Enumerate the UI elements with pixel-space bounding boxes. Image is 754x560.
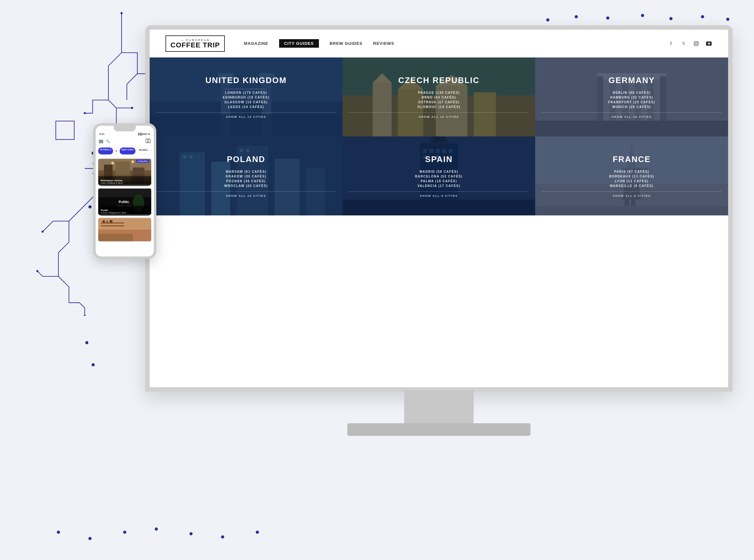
twitter-icon[interactable]: 𝕏	[680, 40, 687, 47]
decorative-dot	[256, 531, 259, 534]
filter-chip-open[interactable]: Open Cafes	[120, 147, 136, 155]
cz-content: CZECH REPUBLIC PRAGUE (135 CAFÉS) BRNO (…	[343, 58, 535, 137]
svg-point-7	[131, 107, 133, 109]
phone-card-punkt[interactable]: PuNkt. COFFEE + CAKES Punkt. 3.4 km • Ba…	[98, 187, 151, 216]
phone-map-icon[interactable]	[146, 139, 150, 144]
fr-name: FRANCE	[613, 155, 650, 164]
country-card-es[interactable]: SPAIN MADRID (58 CAFÉS) BARCELONA (52 CA…	[343, 137, 535, 215]
de-city-3: MUNICH (20 CAFÉS)	[612, 105, 651, 109]
decorative-dot	[575, 15, 578, 18]
phone-heart-button[interactable]: ♥	[114, 147, 118, 155]
instagram-icon[interactable]	[693, 40, 700, 47]
phone-notch	[114, 126, 136, 132]
decorative-dot	[726, 18, 729, 21]
svg-rect-98	[103, 220, 105, 223]
decorative-dot	[88, 537, 91, 540]
fr-city-0: PARIS (87 CAFÉS)	[614, 170, 649, 174]
svg-rect-99	[106, 221, 108, 223]
nav-links: MAGAZINE CITY GUIDES BREW GUIDES REVIEWS	[244, 39, 668, 48]
monitor: — EUROPEAN COFFEE TRIP MAGAZINE CITY GUI…	[145, 25, 745, 499]
decorative-dot	[701, 15, 704, 18]
phone-card-third[interactable]	[98, 217, 151, 242]
de-city-2: FRANKFURT (23 CAFÉS)	[608, 100, 655, 104]
svg-point-6	[84, 315, 86, 316]
pl-city-0: WARSAW (61 CAFÉS)	[226, 170, 266, 174]
uk-content: UNITED KINGDOM LONDON (179 CAFÉS) EDINBU…	[150, 58, 343, 137]
uk-city-2: GLASGOW (15 CAFÉS)	[224, 100, 268, 104]
decorative-dot	[91, 363, 95, 366]
punkt-label: Punkt. 3.4 km • Bayarova 9, Brno	[101, 209, 126, 214]
uk-city-0: LONDON (179 CAFÉS)	[225, 91, 267, 95]
es-city-0: MADRID (58 CAFÉS)	[420, 170, 458, 174]
pl-city-1: KRAKOW (30 CAFÉS)	[226, 175, 266, 178]
country-card-pl[interactable]: POLAND WARSAW (61 CAFÉS) KRAKOW (30 CAFÉ…	[150, 137, 343, 215]
cz-show-all: SHOW ALL 10 CITIES	[349, 113, 529, 118]
pl-show-all: SHOW ALL 12 CITIES	[156, 192, 336, 197]
cz-city-2: OSTRAVA (17 CAFÉS)	[418, 100, 460, 104]
hamburger-menu[interactable]	[99, 140, 103, 143]
svg-point-3	[84, 112, 86, 114]
de-city-0: BERLIN (88 CAFÉS)	[613, 91, 651, 95]
country-card-uk[interactable]: UNITED KINGDOM LONDON (179 CAFÉS) EDINBU…	[150, 58, 343, 137]
country-card-fr[interactable]: FRANCE PARIS (87 CAFÉS) BORDEAUX (11 CAF…	[535, 137, 728, 215]
nav-magazine[interactable]: MAGAZINE	[244, 39, 268, 48]
es-name: SPAIN	[425, 155, 453, 164]
decorative-dot	[85, 341, 88, 344]
monitor-stand-neck	[404, 390, 474, 428]
facebook-icon[interactable]: f	[668, 40, 674, 47]
phone-card-rebelbean[interactable]: Living Stay Rebelbean Vinéna 1 km • Příd…	[98, 158, 151, 186]
monitor-screen: — EUROPEAN COFFEE TRIP MAGAZINE CITY GUI…	[145, 25, 733, 392]
fr-city-2: LYON (11 CAFÉS)	[615, 179, 649, 183]
svg-marker-73	[146, 139, 150, 143]
svg-rect-9	[694, 41, 698, 45]
filter-chip-filters[interactable]: ⚙ Filters 2	[98, 147, 113, 155]
logo[interactable]: — EUROPEAN COFFEE TRIP	[165, 35, 225, 52]
pl-content: POLAND WARSAW (61 CAFÉS) KRAKOW (30 CAFÉ…	[150, 137, 343, 215]
de-city-1: HAMBURG (32 CAFÉS)	[610, 96, 653, 99]
nav-brew-guides[interactable]: BREW GUIDES	[330, 39, 363, 48]
es-show-all: SHOW ALL 9 CITIES	[349, 192, 529, 197]
uk-city-1: EDINBURGH (18 CAFÉS)	[223, 96, 269, 99]
monitor-stand-base	[347, 423, 530, 436]
svg-point-5	[36, 270, 39, 272]
city-guides-grid: UNITED KINGDOM LONDON (179 CAFÉS) EDINBU…	[150, 58, 728, 215]
decorative-dot	[57, 531, 60, 534]
cz-city-0: PRAGUE (135 CAFÉS)	[418, 91, 460, 95]
nav-city-guides[interactable]: CITY GUIDES	[279, 39, 319, 48]
es-city-2: PALMA (18 CAFÉS)	[421, 179, 457, 183]
svg-point-1	[121, 12, 123, 14]
cz-name: CZECH REPUBLIC	[398, 76, 480, 85]
decorative-dot	[669, 17, 673, 20]
decorative-dot	[221, 535, 224, 539]
nav-reviews[interactable]: REVIEWS	[373, 39, 394, 48]
fr-show-all: SHOW ALL 9 CITIES	[542, 192, 722, 197]
country-card-de[interactable]: GERMANY BERLIN (88 CAFÉS) HAMBURG (32 CA…	[535, 58, 728, 137]
svg-point-4	[42, 231, 44, 233]
decorative-dot	[123, 531, 126, 534]
pl-city-3: WROCLAW (20 CAFÉS)	[224, 184, 268, 187]
phone: 9:41 ▐▐▐ WiFi ⊕ 🔍 ⚙ Filters 2 ♥ Open Caf…	[93, 123, 156, 259]
decorative-dot	[641, 14, 644, 17]
pl-name: POLAND	[227, 155, 265, 164]
phone-nav-bar: 🔍	[96, 137, 154, 146]
phone-time: 9:41	[99, 133, 104, 136]
decorative-dot	[606, 16, 609, 20]
country-card-cz[interactable]: CZECH REPUBLIC PRAGUE (135 CAFÉS) BRNO (…	[343, 58, 535, 137]
svg-point-81	[111, 162, 114, 164]
filter-chip-breakfast[interactable]: Breakfa...	[137, 147, 151, 155]
decorative-dot	[189, 532, 192, 535]
third-card-image	[98, 217, 151, 242]
punkt-sublabel: 3.4 km • Bayarova 9, Brno	[101, 212, 126, 214]
fr-content: FRANCE PARIS (87 CAFÉS) BORDEAUX (11 CAF…	[535, 137, 728, 215]
decorative-dot	[546, 18, 549, 21]
phone-search-icon[interactable]: 🔍	[106, 139, 110, 143]
logo-main-text: COFFEE TRIP	[170, 42, 220, 48]
uk-name: UNITED KINGDOM	[205, 76, 287, 85]
uk-show-all: SHOW ALL 14 CITIES	[156, 113, 336, 118]
youtube-icon[interactable]	[706, 40, 712, 47]
svg-point-10	[695, 42, 697, 44]
es-content: SPAIN MADRID (58 CAFÉS) BARCELONA (52 CA…	[343, 137, 535, 215]
phone-shell: 9:41 ▐▐▐ WiFi ⊕ 🔍 ⚙ Filters 2 ♥ Open Caf…	[93, 123, 156, 259]
es-city-1: BARCELONA (52 CAFÉS)	[415, 175, 463, 178]
phone-signal: ▐▐▐ WiFi ⊕	[138, 133, 150, 136]
